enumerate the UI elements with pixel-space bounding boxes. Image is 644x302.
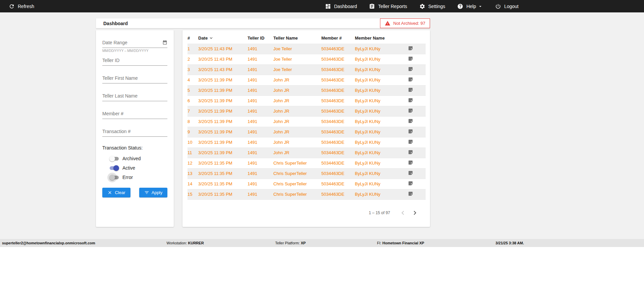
toggle-active[interactable]: Active xyxy=(102,163,167,173)
note-icon[interactable] xyxy=(408,129,413,134)
not-archived-badge[interactable]: Not Archived: 97 xyxy=(380,18,430,28)
cell-date: 3/20/25 11:39 PM xyxy=(198,147,248,158)
archived-toggle-switch[interactable] xyxy=(110,157,119,161)
member-number-field-wrapper xyxy=(102,110,167,119)
cell-member-number: 5034463DE xyxy=(321,189,355,199)
teller-platform-value: XP xyxy=(301,241,306,245)
table-row[interactable]: 3 3/20/25 11:43 PM 1491 Joe Teller 50344… xyxy=(187,64,426,75)
toggle-error[interactable]: Error xyxy=(102,173,167,182)
nav-help[interactable]: Help xyxy=(457,3,483,9)
teller-id-input[interactable] xyxy=(102,56,167,66)
note-icon[interactable] xyxy=(408,108,413,113)
table-row[interactable]: 8 3/20/25 11:39 PM 1491 John JR 5034463D… xyxy=(187,116,426,127)
note-icon[interactable] xyxy=(408,56,413,61)
note-icon[interactable] xyxy=(408,87,413,93)
refresh-icon xyxy=(9,3,15,9)
table-row[interactable]: 1 3/20/25 11:43 PM 1491 Joe Teller 50344… xyxy=(187,44,426,54)
table-row[interactable]: 6 3/20/25 11:39 PM 1491 John JR 5034463D… xyxy=(187,96,426,106)
column-header-teller-id[interactable]: Teller ID xyxy=(248,35,273,44)
column-header-number[interactable]: # xyxy=(187,35,198,44)
table-row[interactable]: 12 3/20/25 11:35 PM 1491 Chris SuperTell… xyxy=(187,158,426,168)
note-icon[interactable] xyxy=(408,118,413,124)
table-row[interactable]: 7 3/20/25 11:39 PM 1491 John JR 5034463D… xyxy=(187,106,426,116)
teller-first-name-input[interactable] xyxy=(102,74,167,83)
cell-teller-name: Chris SuperTeller xyxy=(273,168,321,179)
nav-settings[interactable]: Settings xyxy=(419,3,445,9)
cell-member-name: ByLyJI KUNy xyxy=(355,137,408,147)
page-header-bar: Dashboard Not Archived: 97 xyxy=(96,18,430,28)
cell-row-number: 13 xyxy=(187,168,198,179)
table-row[interactable]: 15 3/20/25 11:35 PM 1491 Chris SuperTell… xyxy=(187,189,426,199)
error-toggle-switch[interactable] xyxy=(110,176,119,179)
column-header-member-number[interactable]: Member # xyxy=(321,35,355,44)
cell-member-number: 5034463DE xyxy=(321,137,355,147)
paginator-range-label: 1 – 15 of 97 xyxy=(369,210,390,215)
table-row[interactable]: 14 3/20/25 11:35 PM 1491 Chris SuperTell… xyxy=(187,179,426,189)
toggle-archived-label: Archived xyxy=(122,156,141,161)
column-header-teller-name[interactable]: Teller Name xyxy=(273,35,321,44)
cell-teller-name: John JR xyxy=(273,85,321,96)
calendar-icon[interactable] xyxy=(162,40,167,45)
not-archived-badge-label: Not Archived: 97 xyxy=(393,21,425,26)
table-row[interactable]: 5 3/20/25 11:39 PM 1491 John JR 5034463D… xyxy=(187,85,426,96)
table-body: 1 3/20/25 11:43 PM 1491 Joe Teller 50344… xyxy=(187,44,426,199)
cell-teller-name: Joe Teller xyxy=(273,64,321,75)
cell-row-number: 12 xyxy=(187,158,198,168)
nav-teller-reports[interactable]: Teller Reports xyxy=(369,3,407,9)
note-icon[interactable] xyxy=(408,149,413,155)
teller-last-name-input[interactable] xyxy=(102,92,167,101)
cell-teller-name: John JR xyxy=(273,127,321,137)
note-icon[interactable] xyxy=(408,46,413,51)
column-header-date[interactable]: Date xyxy=(198,35,248,44)
cell-note xyxy=(408,75,426,85)
cell-teller-id: 1491 xyxy=(248,189,273,199)
cell-row-number: 3 xyxy=(187,64,198,75)
cell-row-number: 2 xyxy=(187,54,198,64)
cell-teller-name: Chris SuperTeller xyxy=(273,179,321,189)
refresh-button[interactable]: Refresh xyxy=(9,3,34,9)
previous-page-button[interactable] xyxy=(397,207,409,219)
table-row[interactable]: 13 3/20/25 11:35 PM 1491 Chris SuperTell… xyxy=(187,168,426,179)
table-row[interactable]: 2 3/20/25 11:43 PM 1491 Joe Teller 50344… xyxy=(187,54,426,64)
note-icon[interactable] xyxy=(408,191,413,196)
cell-row-number: 11 xyxy=(187,147,198,158)
member-number-input[interactable] xyxy=(102,110,167,119)
note-icon[interactable] xyxy=(408,181,413,186)
column-header-member-name[interactable]: Member Name xyxy=(355,35,408,44)
fi-value: Hometown Financial XP xyxy=(382,241,424,245)
cell-member-number: 5034463DE xyxy=(321,64,355,75)
cell-row-number: 1 xyxy=(187,44,198,54)
cell-member-name: ByLyJI KUNy xyxy=(355,96,408,106)
table-header-row: # Date Teller ID Teller Name Member # Me… xyxy=(187,35,426,44)
cell-date: 3/20/25 11:39 PM xyxy=(198,137,248,147)
note-icon[interactable] xyxy=(408,139,413,144)
cell-note xyxy=(408,158,426,168)
clear-button[interactable]: Clear xyxy=(102,188,130,197)
cell-member-name: ByLyJI KUNy xyxy=(355,116,408,127)
date-range-input[interactable] xyxy=(102,39,167,48)
cell-teller-name: John JR xyxy=(273,137,321,147)
note-icon[interactable] xyxy=(408,66,413,72)
nav-dashboard[interactable]: Dashboard xyxy=(325,3,357,9)
note-icon[interactable] xyxy=(408,98,413,103)
note-icon[interactable] xyxy=(408,160,413,165)
table-row[interactable]: 11 3/20/25 11:39 PM 1491 John JR 5034463… xyxy=(187,147,426,158)
refresh-label: Refresh xyxy=(18,4,34,9)
cell-row-number: 10 xyxy=(187,137,198,147)
cell-member-number: 5034463DE xyxy=(321,85,355,96)
teller-platform-info: Teller Platform: XP xyxy=(275,241,306,245)
active-toggle-switch[interactable] xyxy=(110,166,119,170)
nav-logout[interactable]: Logout xyxy=(495,3,519,9)
table-row[interactable]: 10 3/20/25 11:39 PM 1491 John JR 5034463… xyxy=(187,137,426,147)
toggle-archived[interactable]: Archived xyxy=(102,154,167,163)
teller-first-name-field-wrapper xyxy=(102,74,167,83)
transaction-number-input[interactable] xyxy=(102,127,167,137)
next-page-button[interactable] xyxy=(409,207,421,219)
note-icon[interactable] xyxy=(408,77,413,82)
table-row[interactable]: 9 3/20/25 11:39 PM 1491 John JR 5034463D… xyxy=(187,127,426,137)
note-icon[interactable] xyxy=(408,170,413,176)
cell-row-number: 5 xyxy=(187,85,198,96)
top-nav-menu: Dashboard Teller Reports Settings Help xyxy=(325,3,519,9)
apply-button[interactable]: Apply xyxy=(139,188,167,197)
table-row[interactable]: 4 3/20/25 11:39 PM 1491 John JR 5034463D… xyxy=(187,75,426,85)
